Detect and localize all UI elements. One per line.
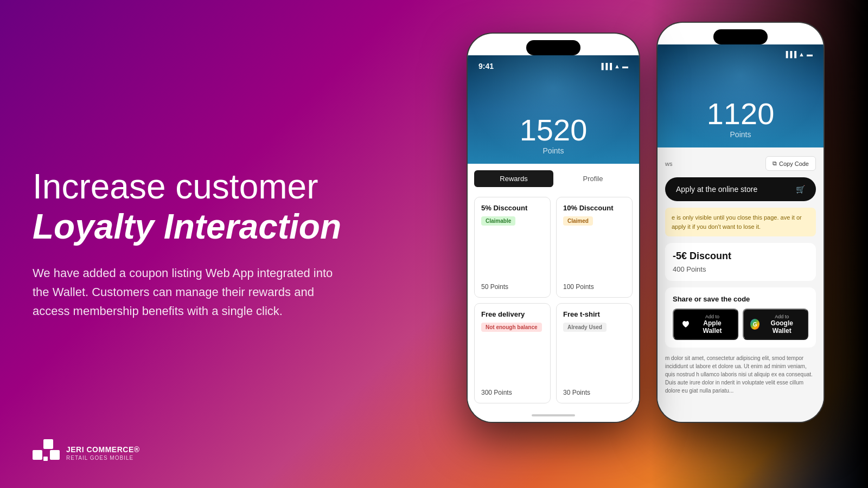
coupon-card-2[interactable]: Free delivery Not enough balance 300 Poi… [474,303,551,404]
warning-box: e is only visible until you close this p… [665,208,816,236]
svg-rect-0 [33,450,42,460]
signal-icon: ▐▐▐ [599,63,612,69]
heading-line2: Loyalty Interaction [33,208,380,246]
phone-2: ▐▐▐ ▲ ▬ 1120 Points ws ⧉ Copy Code [656,22,825,423]
share-section: Share or save the code Add to Apple Wall… [665,287,816,348]
heading-line1: Increase customer [33,168,380,206]
coupon-badge-2: Not enough balance [481,323,542,332]
logo-icon [33,439,60,466]
coupon-badge-1: Claimed [563,216,593,226]
signal-icon-2: ▐▐▐ [784,51,796,57]
share-title: Share or save the code [673,295,808,303]
logo-text: JERI COMMERCE® RETAIL GOES MOBILE [66,445,140,460]
lorem-text: m dolor sit amet, consectetur adipiscing… [665,354,816,395]
svg-rect-2 [43,457,48,461]
phone-2-screen: ▐▐▐ ▲ ▬ 1120 Points ws ⧉ Copy Code [658,23,824,422]
status-icons-1: ▐▐▐ ▲ ▬ [599,63,628,69]
description-text: We have added a coupon listing Web App i… [33,264,347,321]
apple-wallet-label-area: Add to Apple Wallet [694,314,731,335]
discount-card: -5€ Discount 400 Points [665,243,816,281]
apply-button[interactable]: Apply at the online store 🛒 [665,177,816,201]
coupon-points-1: 100 Points [563,283,626,291]
wifi-icon: ▲ [614,63,620,69]
points-label-2: Points [730,130,751,139]
status-time-1: 9:41 [478,62,494,70]
phones-area: 9:41 ▐▐▐ ▲ ▬ 1520 Points Rewards Profile [467,22,825,466]
coupon-points-3: 30 Points [563,389,626,396]
tab-profile[interactable]: Profile [553,170,633,187]
status-icons-2: ▐▐▐ ▲ ▬ [784,51,813,57]
dynamic-island-1 [526,40,580,55]
wifi-icon-2: ▲ [799,51,805,57]
google-wallet-icon: G [750,319,760,330]
coupon-points-0: 50 Points [481,283,544,291]
discount-points: 400 Points [673,265,808,273]
logo-area: JERI COMMERCE® RETAIL GOES MOBILE [33,439,140,466]
points-number-1: 1520 [520,115,588,145]
cart-icon: 🛒 [796,185,805,194]
phone2-top-row: ws ⧉ Copy Code [665,156,816,171]
coupon-grid: 5% Disccount Claimable 50 Points 10% Dis… [468,191,639,409]
phone-1-screen: 9:41 ▐▐▐ ▲ ▬ 1520 Points Rewards Profile [468,34,639,422]
apple-wallet-button[interactable]: Add to Apple Wallet [673,309,738,340]
phone-2-header: ▐▐▐ ▲ ▬ 1120 Points [658,44,824,147]
home-indicator-1 [468,409,639,422]
coupon-title-3: Free t-shirt [563,310,626,318]
points-number-2: 1120 [707,99,775,129]
coupon-badge-3: Already Used [563,323,607,332]
left-content: Increase customer Loyalty Interaction We… [33,168,380,320]
phone-1-tabs: Rewards Profile [468,164,639,191]
apply-text: Apply at the online store [676,185,757,194]
phone-1-header: 9:41 ▐▐▐ ▲ ▬ 1520 Points [468,55,639,164]
discount-title: -5€ Discount [673,251,808,262]
coupon-badge-0: Claimable [481,216,515,226]
svg-rect-3 [50,450,60,460]
battery-icon-2: ▬ [807,51,813,57]
points-label-1: Points [543,146,564,155]
apple-wallet-icon [680,319,691,330]
svg-rect-1 [43,439,53,449]
battery-icon: ▬ [622,63,628,69]
coupon-points-2: 300 Points [481,389,544,396]
coupon-card-0[interactable]: 5% Disccount Claimable 50 Points [474,197,551,298]
coupon-title-0: 5% Disccount [481,204,544,212]
coupon-card-3[interactable]: Free t-shirt Already Used 30 Points [556,303,633,404]
tab-rewards[interactable]: Rewards [474,170,553,187]
google-wallet-label-area: Add to Google Wallet [763,314,801,335]
wallet-buttons: Add to Apple Wallet G Add to Google Wall… [673,309,808,340]
dynamic-island-2 [713,29,768,44]
phone-1: 9:41 ▐▐▐ ▲ ▬ 1520 Points Rewards Profile [467,33,640,423]
coupon-title-1: 10% Disccount [563,204,626,212]
coupon-title-2: Free delivery [481,310,544,318]
partial-ws-text: ws [665,160,672,167]
copy-code-button[interactable]: ⧉ Copy Code [765,156,816,171]
phone-2-body: ws ⧉ Copy Code Apply at the online store… [658,147,824,422]
coupon-card-1[interactable]: 10% Disccount Claimed 100 Points [556,197,633,298]
google-wallet-button[interactable]: G Add to Google Wallet [743,309,808,340]
copy-icon: ⧉ [773,160,777,167]
